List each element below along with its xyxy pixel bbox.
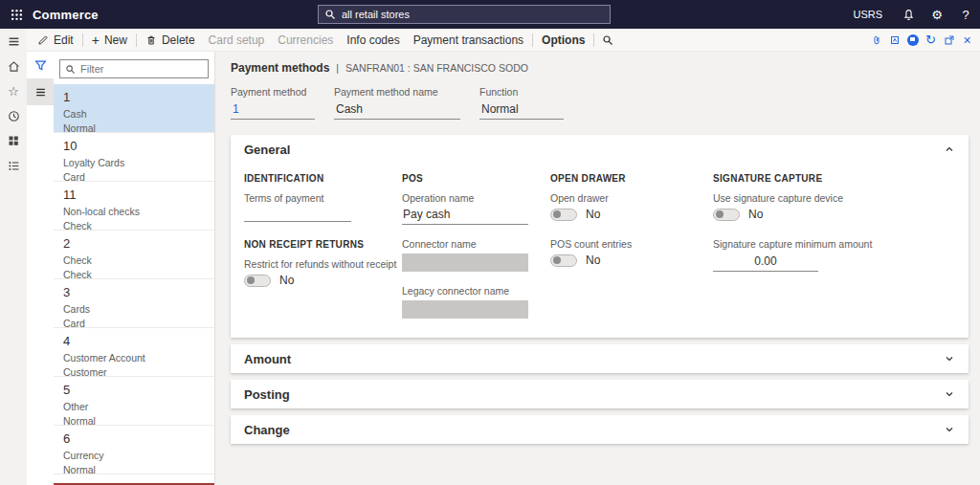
toggle-value: No <box>279 274 294 287</box>
actionbar-right-icons: ↻ × <box>867 29 976 52</box>
settings-gear-icon[interactable]: ⚙ <box>923 0 951 29</box>
attachments-paperclip-icon[interactable] <box>867 29 885 52</box>
group-title: POS <box>402 173 550 184</box>
open-drawer-toggle-row: No <box>550 208 713 221</box>
payment-method-name: Other <box>63 400 205 414</box>
section-title: Change <box>244 423 290 437</box>
general-section-header[interactable]: General <box>231 135 969 164</box>
section-title: General <box>244 143 290 157</box>
list-item[interactable]: 6 Currency Normal <box>54 426 214 474</box>
terms-of-payment-label: Terms of payment <box>244 192 402 204</box>
new-button[interactable]: + New <box>85 29 134 52</box>
payment-method-name: Non-local checks <box>63 205 205 219</box>
office-export-icon[interactable] <box>885 29 903 52</box>
list-filter-input[interactable] <box>80 63 203 75</box>
notifications-bell-icon[interactable] <box>894 0 923 29</box>
edit-label: Edit <box>54 33 74 47</box>
modules-icon[interactable] <box>0 153 27 178</box>
change-section-header[interactable]: Change <box>231 415 969 444</box>
list-item[interactable]: 2 Check Check <box>54 231 214 279</box>
chevron-down-icon <box>944 388 955 400</box>
restrict-refunds-toggle[interactable] <box>244 275 271 287</box>
posting-section-header[interactable]: Posting <box>231 380 969 408</box>
info-codes-button[interactable]: Info codes <box>340 29 406 52</box>
edit-button[interactable]: Edit <box>31 29 80 52</box>
signature-device-toggle[interactable] <box>713 209 740 221</box>
list-filter-box[interactable] <box>59 59 209 78</box>
operation-name-value[interactable]: Pay cash <box>402 208 528 225</box>
toggle-value: No <box>586 254 600 267</box>
help-icon[interactable]: ? <box>951 0 980 29</box>
workspaces-icon[interactable] <box>0 128 27 153</box>
payment-method-name-value[interactable]: Cash <box>334 101 460 120</box>
pos-count-toggle[interactable] <box>550 254 577 267</box>
delete-button[interactable]: Delete <box>139 29 202 52</box>
global-search-input[interactable] <box>342 9 604 20</box>
filter-funnel-icon[interactable] <box>27 52 54 78</box>
toggle-value: No <box>748 208 763 221</box>
nav-menu-hamburger-icon[interactable] <box>0 29 27 54</box>
options-label: Options <box>542 33 585 47</box>
separator <box>593 33 594 47</box>
connector-name-label: Connector name <box>402 238 550 250</box>
signature-device-label: Use signature capture device <box>713 192 955 204</box>
navigation-rail: ☆ <box>0 29 27 485</box>
payment-method-name: Cash <box>63 107 205 121</box>
refresh-icon[interactable]: ↻ <box>922 29 940 52</box>
amount-section-header[interactable]: Amount <box>231 344 969 373</box>
app-name[interactable]: Commerce <box>33 8 99 22</box>
payment-method-value[interactable]: 1 <box>231 101 315 120</box>
filter-search-icon <box>65 64 76 75</box>
global-search-box[interactable] <box>318 5 611 24</box>
amount-section: Amount <box>231 344 969 373</box>
list-item[interactable]: 10 Loyalty Cards Card <box>54 133 214 182</box>
payment-method-id: 4 <box>63 334 205 348</box>
list-view-strip <box>27 52 54 485</box>
open-in-new-window-icon[interactable] <box>940 29 958 52</box>
trash-icon <box>145 34 157 46</box>
pencil-icon <box>37 34 49 46</box>
open-drawer-toggle[interactable] <box>550 209 577 221</box>
signature-min-amount-value[interactable]: 0.00 <box>713 254 818 272</box>
list-item[interactable]: 5 Other Normal <box>54 377 214 426</box>
content-column: Edit + New Delete Card setup <box>27 29 980 485</box>
open-drawer-label: Open drawer <box>550 192 713 204</box>
page-title: Payment methods <box>231 61 329 75</box>
function-value[interactable]: Normal <box>479 101 564 120</box>
payment-methods-list: 1 Cash Normal 10 Loyalty Cards Card 11 N… <box>54 84 214 485</box>
payment-transactions-button[interactable]: Payment transactions <box>407 29 530 52</box>
card-setup-button[interactable]: Card setup <box>202 29 272 52</box>
group-title: NON RECEIPT RETURNS <box>244 239 402 250</box>
list-item[interactable]: 1 Cash Normal <box>54 84 214 133</box>
home-icon[interactable] <box>0 54 27 78</box>
search-icon <box>324 9 336 20</box>
payment-method-id: 10 <box>63 139 205 153</box>
open-drawer-column: OPEN DRAWER Open drawer No POS count ent… <box>550 164 713 319</box>
actionbar-search-icon[interactable] <box>596 29 619 52</box>
list-item[interactable]: 3 Cards Card <box>54 279 214 328</box>
message-center-badge-icon[interactable] <box>903 29 922 52</box>
header-fields: Payment method 1 Payment method name Cas… <box>231 86 969 120</box>
options-button[interactable]: Options <box>535 29 591 52</box>
chevron-down-icon <box>944 424 955 435</box>
list-item[interactable]: 4 Customer Account Customer <box>54 328 214 377</box>
payment-method-id: 11 <box>63 187 205 202</box>
group-title: OPEN DRAWER <box>550 173 713 184</box>
payment-method-id: 6 <box>63 431 205 446</box>
payment-method-id: 5 <box>63 383 205 397</box>
general-section: General IDENTIFICATION Terms of payment <box>231 135 969 338</box>
recent-clock-icon[interactable] <box>0 103 27 128</box>
payment-method-id: 3 <box>63 285 205 299</box>
favorites-star-icon[interactable]: ☆ <box>0 78 27 103</box>
identification-column: IDENTIFICATION Terms of payment NON RECE… <box>244 164 402 319</box>
signature-min-amount-label: Signature capture minimum amount <box>713 238 955 250</box>
close-icon[interactable]: × <box>958 29 976 52</box>
user-account-label[interactable]: USRS <box>841 9 894 20</box>
list-item[interactable]: 11 Non-local checks Check <box>54 182 214 231</box>
app-launcher-waffle-icon[interactable] <box>0 0 33 29</box>
list-view-icon[interactable] <box>27 78 54 105</box>
terms-of-payment-input[interactable] <box>244 208 351 222</box>
payment-method-name: Cards <box>63 302 205 317</box>
section-title: Amount <box>244 352 291 366</box>
currencies-button[interactable]: Currencies <box>271 29 340 52</box>
